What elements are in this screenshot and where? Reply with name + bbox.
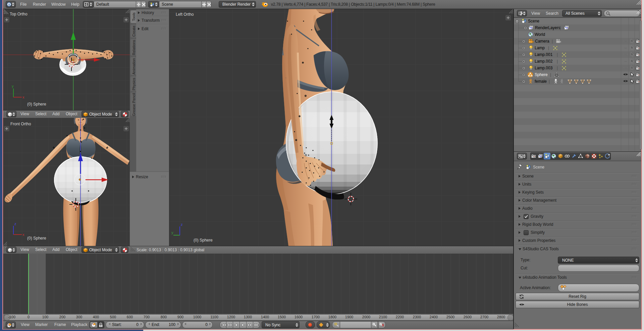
svg-text:y: y	[12, 84, 14, 88]
svg-text:Top Ortho: Top Ortho	[10, 12, 28, 16]
svg-text:z: z	[14, 222, 16, 226]
svg-text:i: i	[8, 2, 9, 6]
svg-text:Left Ortho: Left Ortho	[176, 12, 194, 17]
svg-text:(0) Sphere: (0) Sphere	[27, 102, 46, 107]
svg-text:y: y	[171, 230, 173, 235]
svg-text:z: z	[181, 222, 183, 226]
svg-text:x: x	[22, 233, 24, 237]
svg-text:(0) Sphere: (0) Sphere	[194, 238, 213, 243]
svg-text:Front Ortho: Front Ortho	[10, 122, 31, 126]
svg-text:(0) Sphere: (0) Sphere	[27, 236, 46, 241]
svg-text:x: x	[22, 95, 24, 99]
